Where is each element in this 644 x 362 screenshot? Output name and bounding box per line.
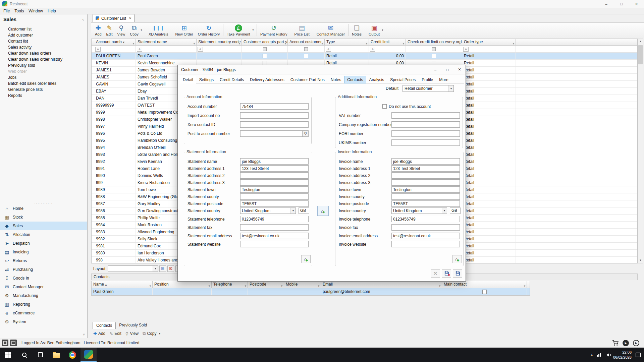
sidebar-link[interactable]: Reports: [0, 93, 87, 99]
text-input[interactable]: 0123456749: [240, 216, 309, 222]
dialog-tab[interactable]: Detail: [180, 76, 196, 83]
chevron-down-icon[interactable]: ▼: [159, 333, 161, 335]
text-filter-icon[interactable]: A: [370, 47, 375, 52]
bottom-tab[interactable]: Contacts: [93, 322, 116, 329]
text-input[interactable]: 75484: [240, 103, 309, 110]
start-button[interactable]: [0, 348, 16, 362]
filter-icon[interactable]: ▼: [149, 283, 152, 288]
sidebar-expand-icon[interactable]: »: [82, 334, 86, 336]
filter-icon[interactable]: ▼: [193, 41, 196, 46]
nav-item-purchasing[interactable]: ⇄ Purchasing: [0, 265, 87, 274]
checkbox[interactable]: [382, 104, 387, 109]
resincoat-app-button[interactable]: [80, 348, 97, 362]
dialog-tab[interactable]: More: [436, 76, 451, 83]
text-input[interactable]: 123 Test Street: [240, 165, 309, 172]
sidebar-link[interactable]: Contact list: [0, 38, 87, 44]
text-filter-icon[interactable]: A: [326, 47, 331, 52]
column-header[interactable]: Name▲ ▼: [92, 281, 153, 288]
scroll-up-icon[interactable]: ▲: [638, 39, 643, 44]
contacts-add-button[interactable]: ✚ Add: [93, 331, 105, 336]
column-header[interactable]: Postcode ▼: [248, 281, 284, 288]
table-row[interactable]: PAULGREEN Paul Green Retail 0.00 Retail: [92, 53, 637, 60]
column-header[interactable]: Customer accepts part shipm ▼: [242, 39, 288, 46]
chevron-down-icon[interactable]: ▼: [381, 29, 384, 31]
order-history-button[interactable]: ↻ Order History: [196, 23, 222, 38]
filter-icon[interactable]: ▼: [321, 41, 324, 46]
sidebar-link[interactable]: Add customer: [0, 32, 87, 38]
text-input[interactable]: [240, 224, 309, 231]
text-input[interactable]: [391, 172, 460, 179]
text-input[interactable]: ⚲: [240, 130, 309, 137]
text-input[interactable]: joe Bloggs: [391, 158, 460, 165]
country-select[interactable]: United Kingdom▼: [391, 207, 447, 214]
filter-icon[interactable]: ▼: [438, 283, 441, 288]
menu-item[interactable]: Tools: [12, 9, 26, 13]
text-filter-icon[interactable]: A: [137, 47, 142, 52]
contacts-view-button[interactable]: ⚲ View: [125, 331, 139, 336]
tab-close-icon[interactable]: ✕: [129, 16, 131, 20]
sidebar-resize-handle[interactable]: [88, 14, 91, 338]
screens-icon[interactable]: [10, 340, 17, 346]
taskbar-clock[interactable]: 22:06 06/02/2026: [613, 350, 632, 360]
notes-button[interactable]: ❏ Notes: [350, 23, 364, 38]
save-layout-button[interactable]: ⊞: [159, 265, 166, 272]
text-input[interactable]: [240, 179, 309, 186]
text-filter-icon[interactable]: A: [463, 47, 469, 52]
text-input[interactable]: test@resincoat.co.uk: [391, 233, 460, 239]
text-input[interactable]: TE55ST: [391, 200, 460, 207]
text-input[interactable]: [240, 172, 309, 179]
maximize-button[interactable]: □: [614, 0, 629, 8]
cancel-button[interactable]: ✕: [431, 269, 440, 278]
dialog-close-button[interactable]: ✕: [453, 65, 466, 74]
nav-item-contact-manager[interactable]: ✉ Contact Manager: [0, 283, 87, 291]
nav-item-despatch[interactable]: ➤ Despatch: [0, 239, 87, 248]
chevron-down-icon[interactable]: ▼: [140, 29, 143, 31]
action-center-icon[interactable]: [636, 353, 641, 357]
main-contact-checkbox[interactable]: [482, 290, 487, 294]
sidebar-link[interactable]: Customer list: [0, 26, 87, 32]
text-input[interactable]: [391, 130, 460, 137]
check-filter-icon[interactable]: [304, 47, 308, 51]
text-input[interactable]: Testington: [240, 186, 309, 193]
take-payment-button[interactable]: £ Take Payment ▼: [224, 23, 256, 38]
bottom-tab[interactable]: Previously Sold: [116, 322, 150, 329]
dialog-minimize-button[interactable]: –: [429, 65, 441, 74]
sidebar-link[interactable]: Generate price lists: [0, 86, 87, 93]
nav-item-stock[interactable]: ▦ Stock: [0, 213, 87, 222]
filter-icon[interactable]: ▼: [244, 283, 247, 288]
filter-icon[interactable]: ▼: [402, 41, 405, 46]
sidebar-link[interactable]: Previously sold: [0, 62, 87, 68]
menu-item[interactable]: Help: [45, 9, 58, 13]
dialog-tab[interactable]: Analysis: [366, 76, 387, 83]
column-header[interactable]: Telephone ▼: [212, 281, 248, 288]
filter-cell[interactable]: A: [136, 46, 197, 53]
dialog-maximize-button[interactable]: □: [441, 65, 453, 74]
filter-icon[interactable]: ▼: [523, 283, 526, 288]
nav-item-manufacturing[interactable]: ⚙ Manufacturing: [0, 291, 87, 300]
dialog-tab[interactable]: Credit Details: [217, 76, 247, 83]
sidebar-link[interactable]: Jobs: [0, 74, 87, 80]
filter-cell[interactable]: A: [325, 46, 369, 53]
nav-item-home[interactable]: ⌂ Home: [0, 204, 87, 213]
menu-item[interactable]: File: [1, 9, 12, 13]
copy-statement-to-invoice-button[interactable]: ⌂✚: [317, 206, 329, 216]
task-view-button[interactable]: [32, 348, 48, 362]
column-header[interactable]: Main contact ▼: [442, 281, 527, 288]
filter-cell[interactable]: [92, 46, 94, 53]
dialog-tab[interactable]: Customer Part Nos: [287, 76, 328, 83]
filter-cell[interactable]: A: [94, 46, 136, 53]
text-input[interactable]: Testington: [391, 186, 460, 193]
nav-item-sales[interactable]: ◆ Sales: [0, 222, 87, 230]
taskbar-search-button[interactable]: [16, 348, 32, 362]
payment-history-button[interactable]: ↺ Payment History: [258, 23, 290, 38]
filter-icon[interactable]: ▼: [238, 41, 241, 46]
check-filter-icon[interactable]: [432, 47, 436, 51]
xd-analysis-button[interactable]: ❙❙❙ XD Analysis: [146, 23, 171, 38]
country-select[interactable]: United Kingdom▼: [240, 207, 296, 214]
text-input[interactable]: [240, 112, 309, 119]
save-button[interactable]: [453, 269, 462, 278]
output-button[interactable]: ▣ Output ▼: [366, 23, 385, 38]
chevron-down-icon[interactable]: ▼: [153, 266, 158, 272]
text-input[interactable]: TE55ST: [240, 200, 309, 207]
scroll-down-icon[interactable]: ▼: [638, 258, 643, 263]
